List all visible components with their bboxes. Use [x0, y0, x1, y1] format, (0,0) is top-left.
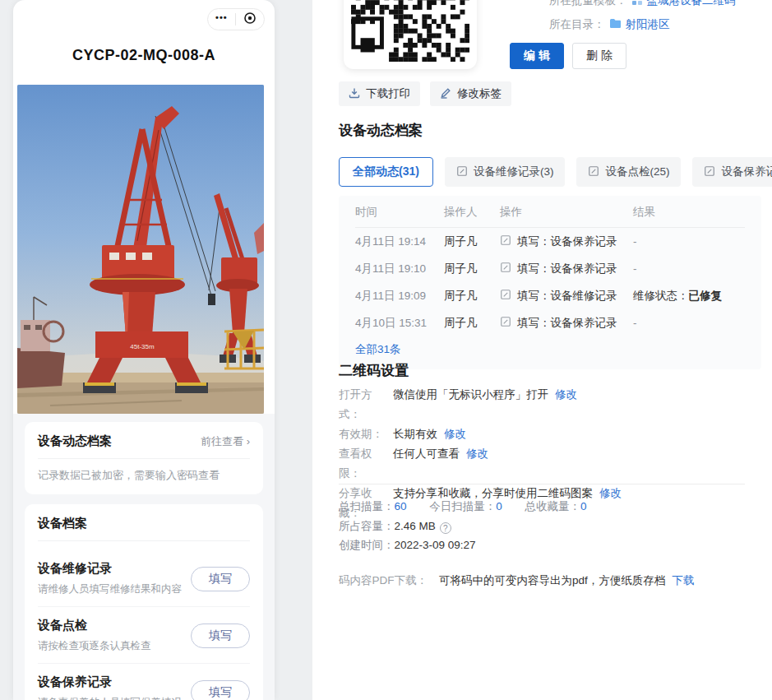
template-row: 所在批量模板： 盐城港设备二维码	[549, 0, 736, 8]
pdf-desc: 可将码中的可变内容导出为pdf，方便纸质存档	[439, 573, 665, 588]
row-time: 4月11日 19:09	[355, 289, 444, 304]
download-icon	[349, 87, 360, 101]
svg-text:45t-35m: 45t-35m	[130, 343, 155, 350]
form-icon	[500, 316, 511, 330]
form-icon	[704, 165, 715, 179]
target-icon[interactable]	[243, 12, 257, 28]
template-link[interactable]: 盐城港设备二维码	[647, 0, 736, 8]
form-icon	[500, 289, 511, 303]
tab-label: 设备维修记录(3)	[474, 165, 554, 179]
row-operation: 填写：设备保养记录	[517, 316, 617, 331]
pencil-icon	[440, 87, 451, 101]
stat-label: 今日扫描量：	[429, 500, 496, 512]
tab-label: 设备保养记录(3)	[721, 165, 772, 179]
stat-label: 创建时间：	[339, 539, 395, 551]
setting-row-view-permission: 查看权限： 任何人可查看 修改	[339, 444, 622, 484]
archive-item-title: 设备保养记录	[38, 675, 182, 690]
col-operation: 操作	[500, 205, 633, 220]
form-icon	[456, 165, 468, 179]
row-time: 4月10日 15:31	[355, 316, 444, 331]
modify-link[interactable]: 修改	[555, 385, 577, 424]
device-photo: 45t-35m	[17, 85, 264, 414]
col-person: 操作人	[444, 205, 500, 220]
download-print-button[interactable]: 下载打印	[339, 81, 420, 106]
archive-item-desc: 请维修人员填写维修结果和内容	[38, 582, 182, 596]
detail-panel: 所在批量模板： 盐城港设备二维码 所在目录： 射阳港区 编 辑 删 除 下载打印…	[312, 0, 772, 700]
question-icon[interactable]: ?	[440, 522, 451, 534]
qr-actions: 下载打印 修改标签	[339, 81, 511, 106]
delete-button[interactable]: 删 除	[572, 43, 626, 69]
fill-button[interactable]: 填写	[191, 680, 250, 700]
fill-button[interactable]: 填写	[191, 567, 250, 591]
archive-item-desc: 请按检查项逐条认真检查	[38, 639, 151, 653]
stats-storage-row: 所占容量：2.46 MB?	[339, 517, 607, 536]
row-time: 4月11日 19:10	[355, 262, 444, 276]
template-label: 所在批量模板：	[549, 0, 627, 8]
folder-icon	[609, 18, 622, 31]
wechat-capsule[interactable]: •••	[207, 8, 265, 30]
more-icon[interactable]: •••	[215, 13, 228, 22]
col-result: 结果	[633, 205, 745, 220]
archive-item-desc: 请负责保养的人员填写保养情况	[38, 696, 182, 700]
stat-created: 2022-3-09 09:27	[395, 539, 476, 551]
modify-link[interactable]: 修改	[466, 444, 488, 484]
tab-label: 全部动态(31)	[353, 165, 419, 179]
tab-all-dynamics[interactable]: 全部动态(31)	[339, 157, 433, 187]
pdf-label: 码内容PDF下载：	[339, 573, 428, 588]
fill-button[interactable]: 填写	[191, 624, 250, 648]
folder-link[interactable]: 射阳港区	[626, 17, 670, 32]
device-archive-title: 设备档案	[38, 516, 250, 531]
form-icon	[500, 262, 511, 276]
tab-label: 设备点检(25)	[605, 165, 669, 179]
download-print-label: 下载打印	[366, 86, 410, 101]
stats-block: 总扫描量：60 今日扫描量：0 总收藏量：0 所占容量：2.46 MB? 创建时…	[339, 497, 607, 555]
archive-item-maintenance: 设备保养记录 请负责保养的人员填写保养情况 填写	[38, 663, 250, 700]
phone-screen: ••• CYCP-02-MQ-008-A	[13, 0, 275, 700]
edit-label-button[interactable]: 修改标签	[430, 81, 511, 106]
col-time: 时间	[355, 205, 444, 220]
setting-label: 查看权限：	[339, 444, 393, 484]
section-divider	[339, 484, 745, 484]
folder-row: 所在目录： 射阳港区	[549, 17, 670, 32]
stats-scan-row: 总扫描量：60 今日扫描量：0 总收藏量：0	[339, 497, 607, 517]
tab-maintenance-records[interactable]: 设备保养记录(3)	[692, 157, 772, 187]
encrypted-hint: 记录数据已被加密，需要输入密码查看	[38, 468, 250, 483]
form-icon	[500, 234, 511, 248]
crane-photo-illustration: 45t-35m	[17, 85, 264, 414]
archive-item-repair: 设备维修记录 请维修人员填写维修结果和内容 填写	[38, 550, 250, 606]
row-operation: 填写：设备保养记录	[517, 234, 617, 249]
qr-code	[351, 0, 469, 62]
setting-row-validity: 有效期： 长期有效 修改	[339, 424, 622, 444]
device-title: CYCP-02-MQ-008-A	[13, 47, 275, 64]
setting-value: 长期有效	[393, 424, 437, 444]
setting-value: 任何人可查看	[393, 444, 460, 484]
tab-inspection[interactable]: 设备点检(25)	[576, 157, 681, 187]
row-result-strong: 已修复	[689, 290, 723, 302]
stat-label: 总扫描量：	[339, 500, 395, 512]
edit-label-label: 修改标签	[457, 86, 502, 101]
row-time: 4月11日 19:14	[355, 234, 444, 249]
table-row: 4月11日 19:14 周子凡 填写：设备保养记录 -	[355, 228, 745, 255]
edit-button[interactable]: 编 辑	[510, 43, 564, 69]
modify-link[interactable]: 修改	[444, 424, 466, 444]
archive-item-title: 设备点检	[38, 618, 151, 633]
table-header: 时间 操作人 操作 结果	[355, 196, 745, 228]
setting-label: 有效期：	[339, 424, 393, 444]
goto-view-link[interactable]: 前往查看 ›	[201, 434, 250, 449]
pdf-download-link[interactable]: 下载	[672, 573, 694, 588]
tab-repair-records[interactable]: 设备维修记录(3)	[445, 157, 566, 187]
stat-fav-total: 0	[580, 500, 587, 512]
row-operation: 填写：设备保养记录	[517, 262, 617, 276]
card-divider	[38, 540, 250, 541]
row-person: 周子凡	[444, 234, 500, 249]
row-result: -	[633, 262, 637, 275]
stat-scan-today: 0	[496, 500, 502, 512]
archive-item-inspection: 设备点检 请按检查项逐条认真检查 填写	[38, 606, 250, 663]
archive-item-title: 设备维修记录	[38, 561, 182, 577]
row-person: 周子凡	[444, 289, 500, 304]
dynamic-archive-card: 设备动态档案 前往查看 › 记录数据已被加密，需要输入密码查看	[25, 422, 263, 494]
stat-label: 总收藏量：	[525, 500, 581, 512]
stat-storage: 2.46 MB	[395, 520, 436, 532]
folder-label: 所在目录：	[549, 17, 605, 32]
setting-value: 微信使用「无标识小程序」打开	[393, 385, 548, 424]
